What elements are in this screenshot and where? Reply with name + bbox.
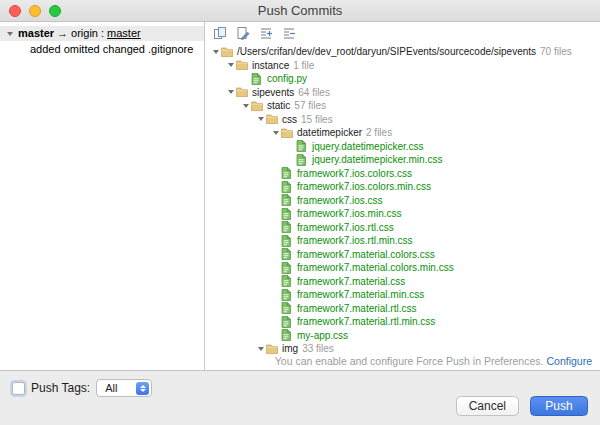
tree-file-row[interactable]: my-app.css [205, 329, 600, 343]
node-label: framework7.ios.colors.css [297, 168, 412, 179]
push-tags-row: Push Tags: All [12, 379, 152, 397]
chevron-expanded-icon[interactable] [211, 50, 221, 54]
node-label: framework7.ios.min.css [297, 208, 401, 219]
node-label: framework7.material.min.css [297, 289, 424, 300]
tree-file-row[interactable]: jquery.datetimepicker.min.css [205, 153, 600, 167]
zoom-button[interactable] [49, 5, 61, 17]
file-icon [281, 208, 293, 220]
node-label: css [282, 114, 297, 125]
folder-icon [266, 114, 278, 124]
tree-toolbar [205, 22, 600, 44]
cancel-button[interactable]: Cancel [456, 396, 519, 416]
collapse-all-icon[interactable] [281, 25, 297, 41]
tree-file-row[interactable]: framework7.material.css [205, 275, 600, 289]
show-diff-icon[interactable] [212, 25, 228, 41]
file-icon [251, 73, 263, 85]
remote-repo-label: origin [71, 26, 98, 41]
branch-row[interactable]: master → origin : master [0, 26, 204, 41]
node-label: my-app.css [297, 330, 348, 341]
file-icon [281, 181, 293, 193]
folder-icon [221, 47, 233, 57]
file-icon [281, 302, 293, 314]
file-icon [281, 262, 293, 274]
file-icon [281, 289, 293, 301]
node-label: datetimepicker [297, 127, 362, 138]
node-label: framework7.material.colors.min.css [297, 262, 454, 273]
push-tags-combo[interactable]: All [96, 379, 152, 397]
expand-all-icon[interactable] [258, 25, 274, 41]
tree-folder-row[interactable]: sipevents64 files [205, 86, 600, 100]
node-label: img [282, 343, 298, 354]
configure-link[interactable]: Configure [546, 355, 592, 367]
file-tree: /Users/crifan/dev/dev_root/daryun/SIPEve… [205, 44, 600, 370]
remote-branch-link[interactable]: master [107, 26, 141, 41]
file-icon [281, 275, 293, 287]
commits-panel: master → origin : master added omitted c… [0, 22, 205, 370]
chevron-expanded-icon[interactable] [256, 117, 266, 121]
dialog-footer: Push Tags: All Cancel Push [0, 371, 600, 425]
tree-file-row[interactable]: config.py [205, 72, 600, 86]
files-panel: /Users/crifan/dev/dev_root/daryun/SIPEve… [205, 22, 600, 370]
chevron-expanded-icon[interactable] [256, 347, 266, 351]
tree-file-row[interactable]: framework7.material.colors.min.css [205, 261, 600, 275]
folder-icon [266, 344, 278, 354]
node-label: /Users/crifan/dev/dev_root/daryun/SIPEve… [237, 46, 536, 57]
push-tags-checkbox[interactable] [12, 382, 25, 395]
dialog-buttons: Cancel Push [456, 396, 588, 416]
tree-folder-row[interactable]: img33 files [205, 342, 600, 356]
commit-item[interactable]: added omitted changed .gitignore [0, 41, 204, 57]
tree-file-row[interactable]: framework7.ios.css [205, 194, 600, 208]
file-icon [296, 140, 308, 152]
file-icon [281, 316, 293, 328]
node-label: jquery.datetimepicker.css [312, 141, 424, 152]
node-label: framework7.material.rtl.min.css [297, 316, 435, 327]
tree-file-row[interactable]: framework7.material.rtl.min.css [205, 315, 600, 329]
chevron-expanded-icon[interactable] [241, 104, 251, 108]
minimize-button[interactable] [29, 5, 41, 17]
node-label: config.py [267, 73, 307, 84]
tree-file-row[interactable]: framework7.ios.colors.min.css [205, 180, 600, 194]
node-label: sipevents [252, 87, 294, 98]
push-tags-label: Push Tags: [31, 381, 90, 395]
tree-folder-row[interactable]: static57 files [205, 99, 600, 113]
tree-file-row[interactable]: framework7.ios.rtl.css [205, 221, 600, 235]
node-label: framework7.ios.rtl.css [297, 222, 394, 233]
separator-glyph: : [101, 26, 104, 41]
chevron-expanded-icon[interactable] [226, 63, 236, 67]
tree-folder-row[interactable]: css15 files [205, 113, 600, 127]
chevron-expanded-icon[interactable] [271, 131, 281, 135]
tree-file-row[interactable]: framework7.material.min.css [205, 288, 600, 302]
node-file-count: 2 files [366, 127, 392, 138]
node-file-count: 33 files [302, 343, 334, 354]
push-commits-dialog: Push Commits master → origin : master ad… [0, 0, 600, 425]
tree-file-row[interactable]: framework7.material.colors.css [205, 248, 600, 262]
file-icon [281, 194, 293, 206]
local-branch-label: master [18, 26, 54, 41]
node-file-count: 64 files [298, 87, 330, 98]
file-icon [281, 235, 293, 247]
node-label: framework7.ios.rtl.min.css [297, 235, 413, 246]
folder-icon [251, 101, 263, 111]
edit-commit-icon[interactable] [235, 25, 251, 41]
node-label: framework7.material.colors.css [297, 249, 435, 260]
node-label: framework7.material.css [297, 276, 405, 287]
tree-file-row[interactable]: framework7.ios.rtl.min.css [205, 234, 600, 248]
node-label: static [267, 100, 290, 111]
tree-folder-row[interactable]: datetimepicker2 files [205, 126, 600, 140]
chevron-down-icon[interactable] [5, 32, 15, 36]
node-label: framework7.ios.css [297, 195, 383, 206]
tree-file-row[interactable]: framework7.ios.min.css [205, 207, 600, 221]
window-title: Push Commits [258, 3, 343, 18]
push-button[interactable]: Push [530, 396, 588, 416]
close-button[interactable] [9, 5, 21, 17]
tree-file-row[interactable]: jquery.datetimepicker.css [205, 140, 600, 154]
chevron-expanded-icon[interactable] [226, 90, 236, 94]
tree-folder-row[interactable]: instance1 file [205, 59, 600, 73]
combo-arrows-icon [136, 382, 149, 395]
tree-file-row[interactable]: framework7.material.rtl.css [205, 302, 600, 316]
tree-file-row[interactable]: framework7.ios.colors.css [205, 167, 600, 181]
tree-folder-row[interactable]: /Users/crifan/dev/dev_root/daryun/SIPEve… [205, 45, 600, 59]
dialog-content: master → origin : master added omitted c… [0, 22, 600, 371]
node-label: instance [252, 60, 289, 71]
traffic-lights [9, 5, 61, 17]
